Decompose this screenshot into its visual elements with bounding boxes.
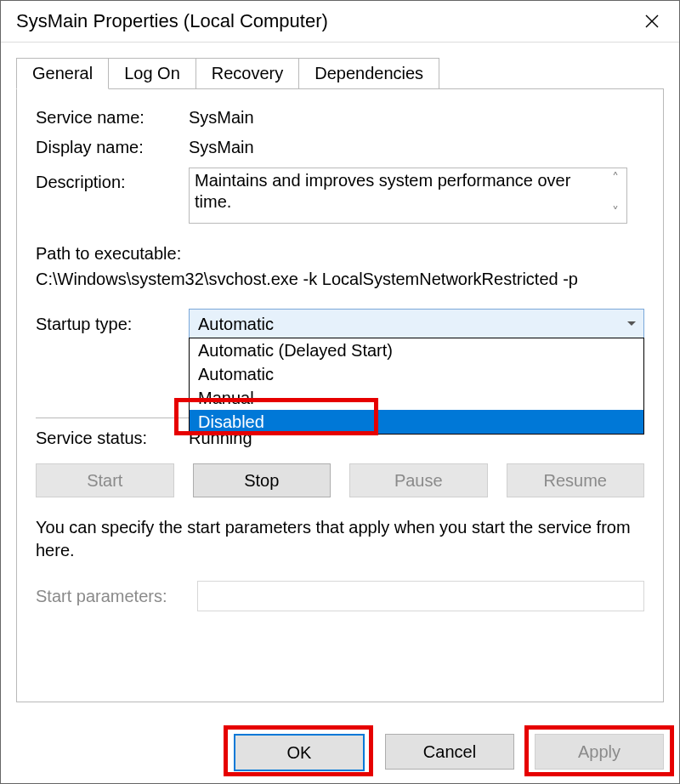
pause-button: Pause <box>349 463 488 497</box>
cancel-button[interactable]: Cancel <box>385 734 514 770</box>
start-params-help: You can specify the start parameters tha… <box>36 516 644 562</box>
close-button[interactable] <box>635 4 669 38</box>
startup-type-dropdown[interactable]: Automatic (Delayed Start) Automatic Manu… <box>189 338 644 435</box>
tab-general[interactable]: General <box>16 58 109 89</box>
close-icon <box>645 14 659 28</box>
tab-recovery[interactable]: Recovery <box>196 58 299 89</box>
start-params-input <box>197 581 644 611</box>
tab-panel-general: Service name: SysMain Display name: SysM… <box>16 88 664 702</box>
dialog-button-row: OK Cancel Apply <box>234 734 664 771</box>
startup-type-value: Automatic <box>198 315 620 334</box>
description-box[interactable]: Maintains and improves system performanc… <box>189 168 627 224</box>
tab-logon[interactable]: Log On <box>108 58 196 89</box>
path-value: C:\Windows\system32\svchost.exe -k Local… <box>36 266 644 292</box>
scroll-down-icon[interactable]: ˅ <box>612 206 619 219</box>
apply-button: Apply <box>535 734 664 770</box>
startup-type-combobox[interactable]: Automatic <box>189 309 644 339</box>
stop-button[interactable]: Stop <box>193 463 332 497</box>
title-bar: SysMain Properties (Local Computer) <box>1 1 679 43</box>
tab-strip: General Log On Recovery Dependencies <box>16 58 664 89</box>
ok-button[interactable]: OK <box>234 734 365 771</box>
properties-dialog: SysMain Properties (Local Computer) Gene… <box>0 0 680 784</box>
scroll-up-icon[interactable]: ˄ <box>612 172 619 185</box>
startup-type-label: Startup type: <box>36 315 189 334</box>
resume-button: Resume <box>507 463 645 497</box>
tab-dependencies[interactable]: Dependencies <box>298 58 439 89</box>
path-label: Path to executable: <box>36 241 644 266</box>
description-label: Description: <box>36 168 189 192</box>
startup-option-automatic[interactable]: Automatic <box>190 362 643 386</box>
startup-option-manual[interactable]: Manual <box>190 386 643 410</box>
startup-option-disabled[interactable]: Disabled <box>190 410 643 434</box>
service-status-label: Service status: <box>36 429 189 448</box>
display-name-value: SysMain <box>189 138 644 157</box>
start-params-label: Start parameters: <box>36 587 197 606</box>
description-text: Maintains and improves system performanc… <box>195 170 621 213</box>
description-scrollbar[interactable]: ˄ ˅ <box>604 168 626 223</box>
service-name-value: SysMain <box>189 108 644 128</box>
startup-option-delayed[interactable]: Automatic (Delayed Start) <box>190 338 643 362</box>
window-title: SysMain Properties (Local Computer) <box>16 10 635 32</box>
chevron-down-icon <box>620 310 643 338</box>
display-name-label: Display name: <box>36 138 189 157</box>
start-button: Start <box>36 463 174 497</box>
service-name-label: Service name: <box>36 108 189 128</box>
